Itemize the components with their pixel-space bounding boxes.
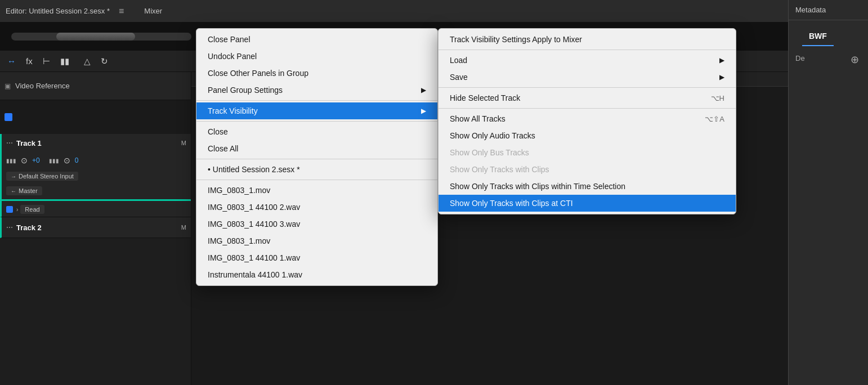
- submenu-item-show-only-tracks-with-clips: Show Only Tracks with Clips: [439, 161, 736, 178]
- menu-item---untitled-session-2-sesx--[interactable]: • Untitled Session 2.sesx *: [196, 161, 437, 178]
- track1-volume[interactable]: +0: [32, 156, 40, 164]
- toolbar-meter-icon[interactable]: ▮▮: [57, 55, 72, 68]
- menu-item-img-0803-1-mov[interactable]: IMG_0803_1.mov: [196, 232, 437, 249]
- menu-item-img-0803-1-44100-1-wav[interactable]: IMG_0803_1 44100 1.wav: [196, 249, 437, 266]
- track1-input-row: → Default Stereo Input: [2, 169, 191, 183]
- track1-bottom-row: › Read: [2, 202, 191, 217]
- menu-item-label: Close Other Panels in Group: [208, 69, 308, 78]
- blank-spacer: [0, 100, 191, 134]
- menu-item-close-other-panels-in-group[interactable]: Close Other Panels in Group: [196, 65, 437, 82]
- track1-output-label: Master: [19, 187, 38, 194]
- submenu-item-label: Show Only Tracks with Clips at CTI: [450, 199, 573, 208]
- submenu-item-label: Show Only Tracks with Clips within Time …: [450, 182, 625, 191]
- track1-clock-icon-right: ⊙: [64, 156, 70, 165]
- track1-block: ⋯ Track 1 M ▮▮▮ ⊙ +0 ▮▮▮ ⊙ 0 → Default S…: [0, 134, 191, 217]
- toolbar-clip-icon[interactable]: ⊢: [40, 55, 53, 68]
- menu-item-label: Close: [208, 127, 228, 136]
- submenu-item-load[interactable]: Load▶: [439, 52, 736, 69]
- submenu-item-show-only-tracks-with-clips-wi[interactable]: Show Only Tracks with Clips within Time …: [439, 178, 736, 195]
- scrollbar-thumb[interactable]: [56, 33, 135, 41]
- menu-item-panel-group-settings[interactable]: Panel Group Settings▶: [196, 82, 437, 99]
- track-headers: ▣ Video Reference ⋯ Track 1 M ▮▮▮ ⊙ +0 ▮…: [0, 72, 191, 385]
- submenu-item-label: Save: [450, 73, 468, 82]
- metadata-export-icon[interactable]: ⊕: [851, 53, 859, 66]
- menu-divider: [196, 100, 437, 101]
- submenu-item-label: Load: [450, 56, 467, 65]
- submenu-item-label: Show All Tracks: [450, 114, 505, 123]
- submenu-item-hide-selected-track[interactable]: Hide Selected Track⌥H: [439, 89, 736, 106]
- track2-mute-btn[interactable]: M: [181, 224, 186, 231]
- context-menu-main: Close PanelUndock PanelClose Other Panel…: [196, 28, 438, 286]
- track1-cyan-bar: [2, 199, 191, 201]
- track1-name: Track 1: [16, 139, 42, 147]
- menu-item-close-panel[interactable]: Close Panel: [196, 31, 437, 48]
- track1-input-btn[interactable]: → Default Stereo Input: [6, 172, 78, 181]
- track2-wave-icon: ⋯: [6, 223, 13, 231]
- submenu-item-show-only-tracks-with-clips-at[interactable]: Show Only Tracks with Clips at CTI: [439, 195, 736, 212]
- track1-clock-icon-left: ⊙: [21, 156, 28, 165]
- menu-item-label: IMG_0803_1 44100 3.wav: [208, 220, 300, 229]
- track1-expand-icon[interactable]: [6, 206, 13, 213]
- scrollbar-track[interactable]: [11, 33, 191, 41]
- metadata-bwf-container: BWF: [789, 20, 868, 50]
- hamburger-menu-icon[interactable]: ≡: [115, 5, 127, 17]
- submenu-item-right: ▶: [719, 73, 724, 81]
- submenu-item-show-only-audio-tracks[interactable]: Show Only Audio Tracks: [439, 127, 736, 144]
- track1-output-btn[interactable]: ← Master: [6, 186, 42, 195]
- menu-item-label: Panel Group Settings: [208, 86, 283, 95]
- menu-item-label: Close All: [208, 144, 238, 153]
- menu-item-img-0803-1-44100-3-wav[interactable]: IMG_0803_1 44100 3.wav: [196, 216, 437, 232]
- menu-item-img-0803-1-44100-2-wav[interactable]: IMG_0803_1 44100 2.wav: [196, 199, 437, 216]
- submenu-item-label: Hide Selected Track: [450, 93, 520, 102]
- menu-item-close[interactable]: Close: [196, 123, 437, 140]
- menu-arrow-icon: ▶: [421, 107, 426, 115]
- mixer-tab[interactable]: Mixer: [144, 7, 162, 15]
- track1-read-btn[interactable]: Read: [20, 205, 44, 214]
- submenu-item-right: ⌥⇧A: [705, 115, 724, 123]
- toolbar-fx-icon[interactable]: fx: [23, 55, 35, 68]
- track1-mute-btn[interactable]: M: [181, 140, 186, 146]
- submenu-item-show-only-bus-tracks: Show Only Bus Tracks: [439, 144, 736, 161]
- track1-wave-icon: ⋯: [6, 139, 13, 147]
- submenu-item-label: Show Only Tracks with Clips: [450, 165, 549, 174]
- menu-item-label: IMG_0803_1.mov: [208, 236, 270, 245]
- toolbar-sync-icon[interactable]: ↻: [98, 55, 111, 68]
- menu-item-label: Track Visibility: [208, 106, 258, 115]
- video-reference-row: ▣ Video Reference: [0, 72, 191, 100]
- track1-level-meter-right: ▮▮▮: [49, 158, 59, 164]
- track2-block: ⋯ Track 2 M: [0, 217, 191, 238]
- menu-item-track-visibility[interactable]: Track Visibility▶: [196, 102, 437, 119]
- track2-name: Track 2: [16, 223, 42, 232]
- editor-title: Editor: Untitled Session 2.sesx *: [6, 7, 110, 15]
- menu-item-label: IMG_0803_1.mov: [208, 186, 270, 195]
- submenu-item-track-visibility-settings-appl[interactable]: Track Visibility Settings Apply to Mixer: [439, 31, 736, 48]
- menu-item-undock-panel[interactable]: Undock Panel: [196, 48, 437, 65]
- track1-chevron-icon[interactable]: ›: [16, 207, 18, 213]
- toolbar-routing-icon[interactable]: ↔: [5, 55, 19, 68]
- context-menu-sub: Track Visibility Settings Apply to Mixer…: [438, 28, 736, 214]
- menu-divider: [196, 159, 437, 159]
- menu-item-label: IMG_0803_1 44100 2.wav: [208, 203, 300, 212]
- submenu-item-label: Show Only Audio Tracks: [450, 131, 535, 140]
- track1-controls: ▮▮▮ ⊙ +0 ▮▮▮ ⊙ 0: [2, 152, 191, 169]
- submenu-item-save[interactable]: Save▶: [439, 69, 736, 86]
- blue-square-indicator: [5, 113, 12, 121]
- track1-header: ⋯ Track 1 M: [2, 134, 191, 152]
- metadata-title-label: Metadata: [789, 0, 868, 20]
- menu-item-img-0803-1-mov[interactable]: IMG_0803_1.mov: [196, 182, 437, 199]
- track1-level-meter-left: ▮▮▮: [6, 158, 16, 164]
- submenu-item-label: Show Only Bus Tracks: [450, 148, 529, 157]
- toolbar-warning-icon[interactable]: △: [81, 55, 93, 68]
- track1-output-row: ← Master: [2, 183, 191, 198]
- track1-pan[interactable]: 0: [75, 156, 79, 164]
- submenu-divider: [439, 87, 736, 88]
- metadata-bwf-label[interactable]: BWF: [802, 27, 834, 46]
- menu-item-close-all[interactable]: Close All: [196, 140, 437, 157]
- submenu-item-show-all-tracks[interactable]: Show All Tracks⌥⇧A: [439, 110, 736, 127]
- submenu-item-label: Track Visibility Settings Apply to Mixer: [450, 35, 582, 44]
- menu-item-label: • Untitled Session 2.sesx *: [208, 165, 300, 174]
- menu-item-label: IMG_0803_1 44100 1.wav: [208, 253, 300, 262]
- menu-arrow-icon: ▶: [421, 86, 426, 94]
- top-bar: Editor: Untitled Session 2.sesx * ≡ Mixe…: [0, 0, 788, 23]
- menu-item-instrumentala-44100-1-wav[interactable]: Instrumentala 44100 1.wav: [196, 266, 437, 283]
